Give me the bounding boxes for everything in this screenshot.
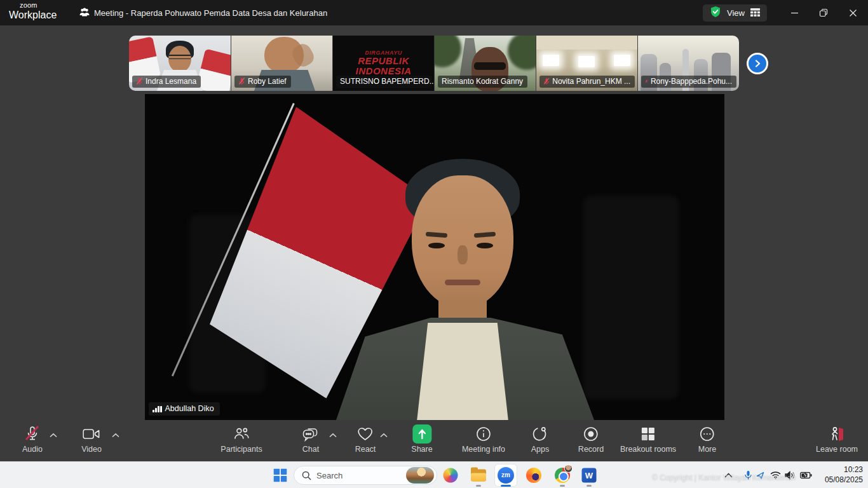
ceiling (536, 36, 637, 50)
participants-button[interactable]: Participants (220, 425, 262, 454)
glasses (474, 62, 506, 70)
react-label: React (355, 445, 376, 454)
chat-options-caret[interactable] (329, 429, 337, 440)
participant-name: SUTRISNO BAPEMPERD... (340, 77, 434, 86)
tray-pointer-icon[interactable] (756, 471, 764, 479)
breakout-rooms-label: Breakout rooms (620, 445, 676, 454)
speaker-name: Abdullah Diko (165, 404, 214, 413)
restore-button[interactable] (813, 3, 834, 22)
tray-speaker-icon[interactable] (785, 471, 795, 480)
zoom-running-indicator (501, 485, 511, 487)
muted-mic-icon (22, 425, 43, 443)
zoom-app-icon[interactable]: zm (498, 467, 514, 484)
video-thumbnail-strip: Indra Lesmana Roby Latief DIRGAHAYU REPU… (129, 36, 739, 91)
view-layout-icon (750, 8, 760, 19)
video-button[interactable]: Video (81, 425, 102, 454)
firefox-icon[interactable] (526, 468, 541, 483)
file-explorer-icon[interactable] (471, 469, 486, 481)
word-running-indicator (587, 485, 592, 487)
meeting-title: Meeting - Raperda Pohuwato Pemda Data De… (94, 8, 327, 18)
thumbnail-rony[interactable]: Rony-Bapppeda.Pohu... (637, 36, 739, 91)
participant-name-tag: Roby Latief (234, 76, 291, 88)
start-button[interactable] (274, 468, 287, 482)
search-icon (302, 471, 311, 480)
speaker-name-tag: Abdullah Diko (149, 402, 220, 416)
participant-name-tag: SUTRISNO BAPEMPERD... (336, 76, 431, 88)
chat-button[interactable]: Chat (302, 425, 320, 454)
record-label: Record (578, 445, 604, 454)
leave-room-label: Leave room (816, 445, 858, 454)
word-icon[interactable]: W (582, 468, 597, 482)
thumbnail-sutrisno[interactable]: DIRGAHAYU REPUBLIK INDONESIA SUTRISNO BA… (332, 36, 434, 91)
clock-date: 05/08/2025 (825, 475, 863, 485)
chrome-icon[interactable] (555, 468, 570, 483)
muted-mic-icon (136, 78, 143, 85)
breakout-rooms-icon (620, 425, 676, 443)
more-button[interactable]: More (698, 425, 716, 454)
muted-mic-icon (543, 78, 550, 85)
thumbnail-indra-lesmana[interactable]: Indra Lesmana (129, 36, 231, 91)
tray-wifi-icon[interactable] (770, 471, 781, 479)
thumbnail-rismanto[interactable]: Rismanto Kodrat Ganny (434, 36, 536, 91)
close-button[interactable] (842, 3, 864, 22)
meeting-info-label: Meeting info (462, 445, 505, 454)
meeting-info-button[interactable]: Meeting info (462, 425, 505, 454)
clock-time: 10:23 (825, 465, 863, 475)
record-button[interactable]: Record (578, 425, 604, 454)
chat-icon (302, 425, 320, 443)
taskbar-search-input[interactable]: Search (294, 466, 437, 485)
participant-name: Indra Lesmana (146, 77, 196, 86)
background-text: REPUBLIK (358, 56, 409, 66)
participant-name-tag: Rony-Bapppeda.Pohu... (641, 76, 736, 88)
participant-name: Roby Latief (248, 77, 287, 86)
leave-room-button[interactable]: Leave room (816, 425, 858, 454)
share-button[interactable]: Share (411, 425, 432, 454)
chrome-profile-avatar (564, 464, 573, 473)
speaker-shirt (417, 323, 508, 420)
main-speaker-video[interactable]: Abdullah Diko (145, 94, 724, 420)
view-button[interactable]: View (703, 4, 767, 22)
muted-mic-icon (645, 78, 648, 85)
react-options-caret[interactable] (380, 429, 388, 440)
search-placeholder: Search (316, 471, 406, 480)
apps-button[interactable]: Apps (531, 425, 550, 454)
audio-options-caret[interactable] (50, 429, 57, 440)
participants-label: Participants (220, 445, 262, 454)
chat-label: Chat (302, 445, 320, 454)
breakout-rooms-button[interactable]: Breakout rooms (620, 425, 676, 454)
participants-icon (220, 425, 262, 443)
record-icon (578, 425, 604, 443)
participant-name-tag: Indra Lesmana (132, 76, 201, 88)
participant-name-tag: Rismanto Kodrat Ganny (438, 76, 527, 88)
title-bar: zoom Workplace Meeting - Raperda Pohuwat… (0, 0, 868, 25)
apps-icon (531, 425, 550, 443)
muted-mic-icon (238, 78, 245, 85)
copilot-icon[interactable] (444, 468, 458, 482)
meeting-toolbar: Audio Video (0, 420, 868, 461)
explorer-running-indicator (476, 485, 481, 487)
apps-label: Apps (531, 445, 550, 454)
tray-clock[interactable]: 10:23 05/08/2025 (825, 465, 863, 485)
tray-mic-icon[interactable] (745, 470, 752, 480)
audio-button[interactable]: Audio (22, 425, 43, 454)
thumbnail-roby-latief[interactable]: Roby Latief (231, 36, 332, 91)
audio-label: Audio (22, 445, 43, 454)
flag-decoration (196, 49, 231, 91)
participant-name-tag: Novita Pahrun_HKM ... (539, 76, 635, 88)
tray-battery-icon[interactable] (800, 471, 812, 478)
next-page-arrow-button[interactable] (747, 53, 768, 74)
leave-room-icon (816, 425, 858, 443)
minimize-button[interactable] (783, 3, 805, 22)
glasses (169, 55, 191, 59)
react-button[interactable]: React (355, 425, 376, 454)
video-options-caret[interactable] (112, 429, 119, 440)
zoom-meeting-window: zoom Workplace Meeting - Raperda Pohuwat… (0, 0, 868, 488)
heart-icon (355, 425, 376, 443)
video-label: Video (81, 445, 102, 454)
tray-show-hidden-icons[interactable] (724, 472, 733, 478)
participant-name: Rony-Bapppeda.Pohu... (651, 77, 732, 86)
thumbnail-novita[interactable]: Novita Pahrun_HKM ... (536, 36, 637, 91)
more-ellipsis-icon (698, 425, 716, 443)
camera-icon (81, 425, 102, 443)
search-highlight-image (406, 467, 434, 484)
